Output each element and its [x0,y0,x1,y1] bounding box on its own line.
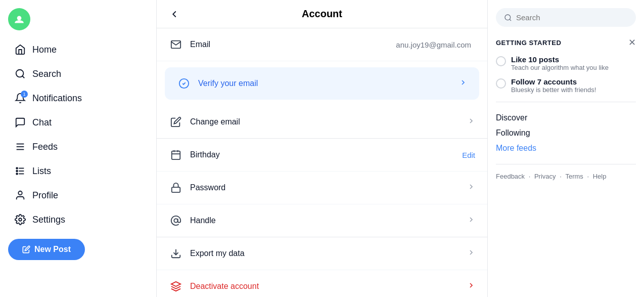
email-value: anu.joy19@gmail.com [396,40,471,49]
main-header: Account [157,0,487,28]
sidebar-item-settings[interactable]: Settings [8,208,148,231]
svg-rect-15 [172,151,180,160]
svg-point-11 [16,173,18,175]
search-box-icon [504,14,512,22]
task-like-posts: Like 10 posts Teach our algorithm what y… [496,55,636,71]
back-button[interactable] [169,9,180,20]
email-section: Email anu.joy19@gmail.com Verify your em… [157,28,487,139]
svg-point-9 [16,167,18,169]
footer-privacy-link[interactable]: Privacy [534,173,556,180]
getting-started-header: GETTING STARTED ✕ [496,37,636,48]
task-like-posts-circle [496,56,506,66]
task-follow-accounts-desc: Bluesky is better with friends! [511,86,636,94]
birthday-icon [169,148,183,162]
email-label: Email [190,40,389,49]
feeds-divider [496,102,636,102]
search-nav-icon [14,68,26,80]
sidebar-item-notifications-label: Notifications [32,93,82,104]
notification-badge: 1 [21,91,28,98]
sidebar-item-home[interactable]: Home [8,38,148,61]
svg-point-1 [16,70,24,77]
handle-chevron-icon [467,216,475,226]
getting-started-title: GETTING STARTED [496,39,561,47]
change-email-chevron-icon [467,117,475,127]
sidebar-item-profile[interactable]: Profile [8,184,148,206]
export-chevron-icon [467,248,475,259]
sidebar-navigation: Home Search 1 Notifications [8,38,148,231]
deactivate-icon [169,279,183,293]
search-input[interactable] [516,13,628,22]
footer-terms-link[interactable]: Terms [565,173,583,180]
sidebar-item-lists-label: Lists [32,166,51,177]
export-label: Export my data [190,249,460,258]
verify-email-item[interactable]: Verify your email [165,67,479,100]
sidebar-item-home-label: Home [32,45,57,55]
task-follow-accounts-circle [496,78,506,89]
verify-chevron-icon [459,78,467,89]
sidebar-item-feeds[interactable]: Feeds [8,136,148,158]
home-icon [14,44,26,56]
sidebar-item-feeds-label: Feeds [32,142,58,152]
search-box[interactable] [496,8,636,27]
export-icon [169,246,183,261]
sidebar-item-profile-label: Profile [32,190,58,201]
at-icon [169,214,183,228]
export-item[interactable]: Export my data [157,237,487,270]
feeds-icon [14,141,26,153]
deactivate-chevron-icon [467,281,475,291]
notifications-icon: 1 [14,92,26,104]
new-post-label: New Post [34,245,71,254]
sidebar-item-chat[interactable]: Chat [8,111,148,134]
settings-icon [14,214,26,226]
footer-links: Feedback · Privacy · Terms · Help [496,173,636,180]
svg-point-22 [505,15,511,20]
new-post-button[interactable]: New Post [8,239,85,260]
email-icon [169,37,183,52]
footer-feedback-link[interactable]: Feedback [496,173,525,180]
svg-point-10 [16,171,18,172]
profile-icon [14,189,26,201]
chat-icon [14,116,26,129]
sidebar-item-search[interactable]: Search [8,63,148,85]
svg-point-0 [17,16,22,21]
email-item[interactable]: Email anu.joy19@gmail.com [157,28,487,61]
handle-label: Handle [190,216,460,225]
feed-link-following[interactable]: Following [496,125,636,141]
sidebar-item-notifications[interactable]: 1 Notifications [8,87,148,109]
change-email-icon [169,115,183,129]
task-follow-accounts-title: Follow 7 accounts [511,77,636,86]
getting-started-close-button[interactable]: ✕ [628,37,636,48]
change-email-item[interactable]: Change email [157,106,487,138]
data-section: Export my data Deactivate account [157,237,487,297]
sidebar-item-lists[interactable]: Lists [8,160,148,182]
svg-point-12 [18,191,22,195]
svg-point-20 [174,219,177,222]
lock-icon [169,181,183,195]
svg-line-23 [510,19,511,21]
sidebar-item-settings-label: Settings [32,215,65,225]
footer-help-link[interactable]: Help [593,173,607,180]
feed-link-more-feeds[interactable]: More feeds [496,141,636,156]
verify-email-label: Verify your email [198,79,452,88]
task-like-posts-desc: Teach our algorithm what you like [511,64,636,71]
page-title: Account [188,8,456,20]
lists-icon [14,165,26,177]
deactivate-item[interactable]: Deactivate account [157,270,487,297]
feed-link-discover[interactable]: Discover [496,110,636,125]
change-email-label: Change email [190,117,460,126]
password-item[interactable]: Password [157,172,487,204]
deactivate-label: Deactivate account [190,282,460,291]
password-chevron-icon [467,183,475,193]
svg-rect-19 [172,187,180,192]
birthday-item[interactable]: Birthday Edit [157,139,487,172]
svg-point-13 [19,218,22,221]
birthday-label: Birthday [190,150,455,159]
sidebar-logo[interactable] [8,8,30,30]
task-follow-accounts: Follow 7 accounts Bluesky is better with… [496,77,636,94]
sidebar-item-search-label: Search [32,69,61,79]
sidebar: Home Search 1 Notifications [0,0,157,297]
handle-item[interactable]: Handle [157,204,487,237]
birthday-edit-button[interactable]: Edit [462,151,475,159]
sidebar-item-chat-label: Chat [32,117,52,128]
main-content: Account Email anu.joy19@gmail.com [157,0,487,297]
